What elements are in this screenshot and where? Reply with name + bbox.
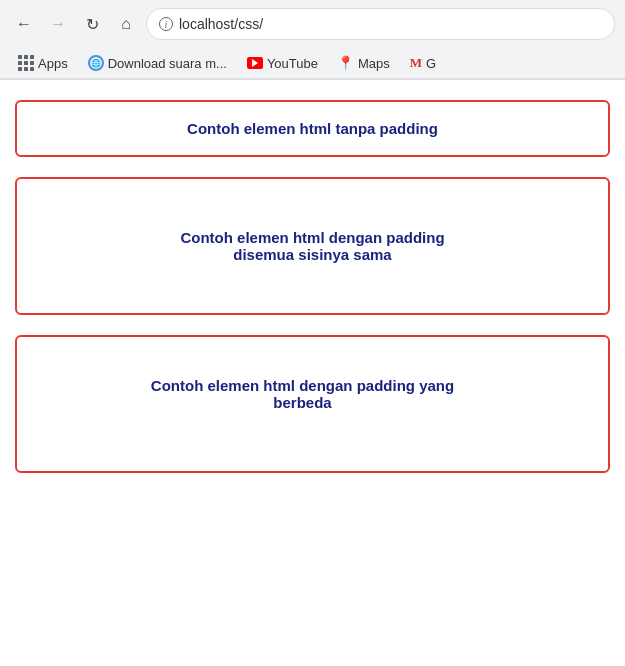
demo-box-3: Contoh elemen html dengan padding yang b… [15, 335, 610, 473]
download-label: Download suara m... [108, 56, 227, 71]
back-button[interactable]: ← [10, 10, 38, 38]
gmail-icon: M [410, 55, 422, 71]
demo-box-3-line1: Contoh elemen html dengan padding yang [151, 377, 454, 394]
bookmark-download[interactable]: 🌐 Download suara m... [80, 52, 235, 74]
security-icon: i [159, 17, 173, 31]
demo-box-2-text: Contoh elemen html dengan padding disemu… [180, 229, 444, 263]
page-content: Contoh elemen html tanpa padding Contoh … [0, 80, 625, 513]
demo-box-2: Contoh elemen html dengan padding disemu… [15, 177, 610, 315]
reload-button[interactable]: ↻ [78, 10, 106, 38]
url-display: localhost/css/ [179, 16, 263, 32]
gmail-label: G [426, 56, 436, 71]
demo-box-1-text: Contoh elemen html tanpa padding [187, 120, 438, 137]
demo-box-1: Contoh elemen html tanpa padding [15, 100, 610, 157]
youtube-label: YouTube [267, 56, 318, 71]
apps-icon [18, 55, 34, 71]
bookmark-gmail[interactable]: M G [402, 52, 444, 74]
browser-chrome: ← → ↻ ⌂ i localhost/css/ Apps 🌐 [0, 0, 625, 80]
demo-box-3-line2: berbeda [151, 394, 454, 411]
bookmark-apps[interactable]: Apps [10, 52, 76, 74]
globe-icon: 🌐 [88, 55, 104, 71]
demo-box-2-line1: Contoh elemen html dengan padding [180, 229, 444, 246]
maps-icon: 📍 [338, 55, 354, 71]
apps-label: Apps [38, 56, 68, 71]
address-bar[interactable]: i localhost/css/ [146, 8, 615, 40]
bookmark-maps[interactable]: 📍 Maps [330, 52, 398, 74]
maps-label: Maps [358, 56, 390, 71]
apps-grid [18, 55, 34, 71]
demo-box-3-text: Contoh elemen html dengan padding yang b… [151, 377, 454, 411]
bookmarks-bar: Apps 🌐 Download suara m... YouTube 📍 Map… [0, 48, 625, 79]
bookmark-youtube[interactable]: YouTube [239, 52, 326, 74]
youtube-icon [247, 55, 263, 71]
home-button[interactable]: ⌂ [112, 10, 140, 38]
demo-box-2-line2: disemua sisinya sama [180, 246, 444, 263]
forward-button[interactable]: → [44, 10, 72, 38]
browser-toolbar: ← → ↻ ⌂ i localhost/css/ [0, 0, 625, 48]
